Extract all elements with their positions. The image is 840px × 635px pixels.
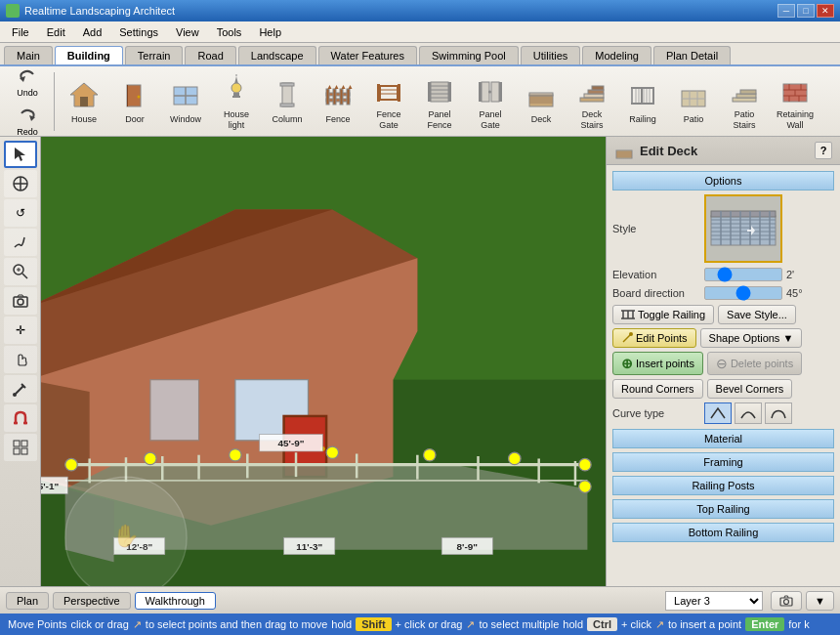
tool-deck[interactable]: Deck bbox=[517, 73, 566, 129]
curve-type-2[interactable] bbox=[735, 402, 762, 424]
material-header[interactable]: Material bbox=[612, 429, 834, 448]
patio-label: Patio bbox=[684, 114, 704, 125]
status-bar: Move Points click or drag ↗ to select po… bbox=[0, 614, 840, 635]
tool-pan[interactable] bbox=[4, 170, 37, 197]
round-corners-button[interactable]: Round Corners bbox=[612, 379, 703, 399]
tool-window[interactable]: Window bbox=[161, 73, 210, 129]
status-text-10: for k bbox=[788, 618, 809, 630]
patiostairs-label: Patio Stairs bbox=[723, 109, 766, 131]
toggle-railing-button[interactable]: Toggle Railing bbox=[612, 305, 714, 324]
tool-freehand[interactable] bbox=[4, 229, 37, 256]
insert-points-button[interactable]: ⊕ Insert points bbox=[612, 352, 703, 375]
view-tab-walkthrough[interactable]: Walkthrough bbox=[135, 592, 216, 610]
tab-water[interactable]: Water Features bbox=[318, 46, 417, 64]
menu-tools[interactable]: Tools bbox=[209, 24, 250, 40]
tab-main[interactable]: Main bbox=[4, 46, 53, 64]
options-header[interactable]: Options bbox=[612, 171, 834, 190]
elevation-row: Elevation 2' bbox=[612, 268, 834, 281]
tool-fencegate[interactable]: Fence Gate bbox=[364, 68, 413, 135]
tool-select[interactable] bbox=[4, 141, 37, 168]
help-button[interactable]: ? bbox=[815, 142, 832, 159]
board-direction-slider[interactable] bbox=[704, 286, 782, 300]
elevation-slider-container: 2' bbox=[704, 268, 834, 281]
close-button[interactable]: ✕ bbox=[817, 4, 834, 18]
edit-points-button[interactable]: Edit Points bbox=[612, 328, 696, 348]
svg-rect-96 bbox=[14, 441, 20, 446]
tool-grid[interactable] bbox=[4, 434, 37, 461]
redo-button[interactable]: Redo bbox=[6, 103, 49, 138]
tool-camera[interactable] bbox=[4, 287, 37, 315]
bottom-railing-header[interactable]: Bottom Railing bbox=[612, 523, 834, 542]
menu-view[interactable]: View bbox=[168, 24, 207, 40]
tool-hand[interactable] bbox=[4, 346, 37, 373]
menu-settings[interactable]: Settings bbox=[111, 24, 166, 40]
menu-edit[interactable]: Edit bbox=[39, 24, 73, 40]
menu-add[interactable]: Add bbox=[75, 24, 110, 40]
viewport[interactable]: 45'-9" 12'-8" 11'-3" 8'-9" 5'-1" ✋ bbox=[41, 137, 606, 586]
railing-posts-header[interactable]: Railing Posts bbox=[612, 476, 834, 495]
tab-utilities[interactable]: Utilities bbox=[521, 46, 580, 64]
view-tab-plan[interactable]: Plan bbox=[6, 592, 49, 610]
svg-point-127 bbox=[145, 452, 156, 464]
view-tab-perspective[interactable]: Perspective bbox=[53, 592, 130, 610]
svg-rect-19 bbox=[326, 99, 350, 102]
save-style-button[interactable]: Save Style... bbox=[718, 305, 796, 324]
curve-type-1[interactable] bbox=[704, 402, 732, 424]
enter-key-badge: Enter bbox=[745, 617, 784, 631]
svg-rect-52 bbox=[584, 94, 604, 98]
bevel-corners-button[interactable]: Bevel Corners bbox=[707, 379, 793, 399]
tab-landscape[interactable]: Landscape bbox=[238, 46, 316, 64]
framing-header[interactable]: Framing bbox=[612, 452, 834, 472]
tool-retainingwall[interactable]: Retaining Wall bbox=[771, 68, 819, 135]
tool-fence[interactable]: Fence bbox=[314, 73, 362, 129]
svg-marker-81 bbox=[15, 148, 25, 161]
curve-type-3[interactable] bbox=[765, 402, 792, 424]
menu-help[interactable]: Help bbox=[251, 24, 289, 40]
tool-panelgate[interactable]: Panel Gate bbox=[466, 68, 515, 135]
menu-file[interactable]: File bbox=[4, 24, 37, 40]
style-preview[interactable] bbox=[704, 194, 782, 263]
dropdown-button[interactable]: ▼ bbox=[806, 591, 834, 611]
undo-button[interactable]: Undo bbox=[6, 66, 49, 101]
tab-plandetail[interactable]: Plan Detail bbox=[653, 46, 731, 64]
tab-building[interactable]: Building bbox=[55, 46, 123, 64]
svg-point-131 bbox=[509, 452, 521, 464]
svg-rect-50 bbox=[529, 93, 553, 96]
tool-orbit[interactable]: ↺ bbox=[4, 199, 37, 227]
tool-houselight[interactable]: House light bbox=[212, 68, 261, 135]
tab-pool[interactable]: Swimming Pool bbox=[419, 46, 519, 64]
maximize-button[interactable]: □ bbox=[797, 4, 815, 18]
svg-text:5'-1": 5'-1" bbox=[41, 481, 59, 491]
tool-patiostairs[interactable]: Patio Stairs bbox=[720, 68, 769, 135]
tool-door[interactable]: Door bbox=[110, 73, 159, 129]
delete-points-button[interactable]: ⊖ Delete points bbox=[707, 352, 802, 375]
tool-move[interactable]: ✛ bbox=[4, 317, 37, 344]
camera-save-button[interactable] bbox=[771, 591, 802, 611]
deck-panel-icon bbox=[614, 141, 634, 160]
tab-road[interactable]: Road bbox=[185, 46, 235, 64]
elevation-slider[interactable] bbox=[704, 268, 782, 281]
cursor-icon-2: ↗ bbox=[466, 618, 475, 631]
shape-options-button[interactable]: Shape Options ▼ bbox=[700, 328, 803, 348]
minimize-button[interactable]: ─ bbox=[777, 4, 795, 18]
curve-type-label: Curve type bbox=[612, 407, 700, 419]
fence-icon bbox=[320, 77, 356, 112]
tab-terrain[interactable]: Terrain bbox=[125, 46, 184, 64]
tool-zoom[interactable] bbox=[4, 258, 37, 285]
svg-rect-16 bbox=[280, 83, 294, 86]
tool-eyedropper[interactable] bbox=[4, 375, 37, 402]
toolbar-separator-1 bbox=[54, 72, 55, 131]
tool-railing[interactable]: Railing bbox=[618, 73, 667, 129]
tab-modeling[interactable]: Modeling bbox=[582, 46, 651, 64]
tool-house[interactable]: House bbox=[60, 73, 108, 129]
tool-deckstairs[interactable]: Deck Stairs bbox=[567, 68, 616, 135]
layer-select[interactable]: Layer 3 Layer 1 Layer 2 bbox=[665, 591, 763, 611]
tool-column[interactable]: Column bbox=[263, 73, 312, 129]
tool-patio[interactable]: Patio bbox=[669, 73, 718, 129]
svg-point-6 bbox=[138, 96, 141, 99]
panelfence-icon bbox=[422, 72, 457, 107]
tool-panelfence[interactable]: Panel Fence bbox=[415, 68, 464, 135]
svg-text:✋: ✋ bbox=[112, 523, 140, 549]
tool-magnet[interactable] bbox=[4, 404, 37, 432]
top-railing-header[interactable]: Top Railing bbox=[612, 499, 834, 519]
